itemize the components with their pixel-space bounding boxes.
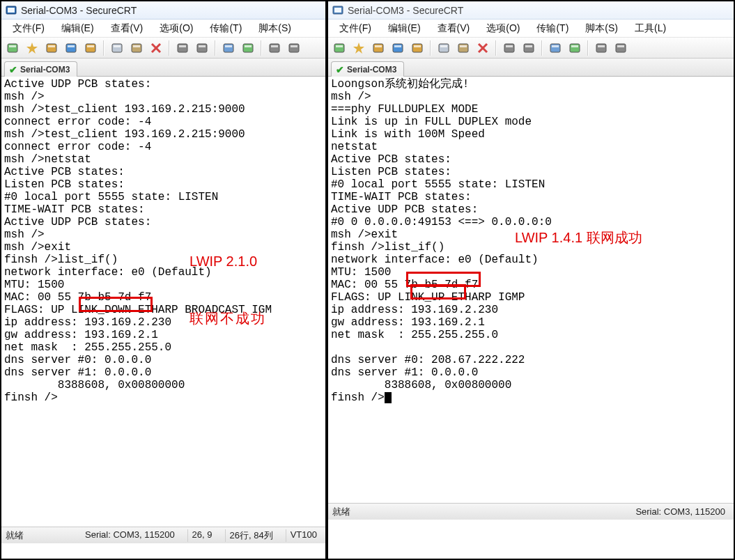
menu-transfer[interactable]: 传输(T) [203,21,249,36]
window-title: Serial-COM3 - SecureCRT [348,5,463,16]
tb-reconnect-button[interactable] [409,40,426,56]
tb-find-button[interactable] [547,40,564,56]
svg-rect-57 [617,45,624,47]
svg-rect-10 [87,45,94,47]
tabstrip: ✔ Serial-COM3 [328,59,734,77]
titlebar[interactable]: Serial-COM3 - SecureCRT [1,1,325,20]
tb-open-button[interactable] [43,40,60,56]
svg-rect-39 [414,45,421,47]
svg-rect-47 [506,45,513,47]
tb-props-button[interactable] [501,40,518,56]
tb-send-button[interactable] [240,40,256,56]
connected-check-icon: ✔ [9,64,17,75]
statusbar: 就绪 Serial: COM3, 115200 [328,503,734,520]
svg-rect-22 [225,45,232,47]
svg-rect-46 [504,44,514,52]
svg-rect-8 [68,45,75,47]
tb-new-button[interactable] [4,40,21,56]
menu-tools[interactable]: 工具(L) [628,21,673,36]
status-cursor: 26, 9 [187,529,217,542]
svg-rect-11 [112,44,122,52]
menu-script[interactable]: 脚本(S) [252,21,298,36]
tb-quick-button[interactable] [24,40,40,56]
menu-edit[interactable]: 编辑(E) [54,21,101,36]
svg-rect-12 [114,45,121,47]
menu-view[interactable]: 查看(V) [431,21,477,36]
menu-options[interactable]: 选项(O) [479,21,527,36]
tb-open-button[interactable] [370,40,387,56]
tb-copy-button[interactable] [435,40,452,56]
svg-rect-51 [552,45,559,47]
svg-rect-28 [291,45,297,47]
status-ready: 就绪 [6,529,24,542]
menu-options[interactable]: 选项(O) [153,21,200,36]
terminal-output[interactable]: Loongson系统初始化完成! msh /> ===phy FULLDUPLE… [328,77,734,503]
menu-file[interactable]: 文件(F) [332,21,378,36]
svg-rect-6 [48,45,55,47]
svg-rect-34 [373,44,383,52]
svg-rect-2 [8,44,17,52]
menu-file[interactable]: 文件(F) [6,21,52,36]
app-icon [332,5,343,16]
window-title: Serial-COM3 - SecureCRT [21,5,137,16]
svg-rect-42 [458,44,468,52]
menu-view[interactable]: 查看(V) [104,21,150,36]
tb-props-button[interactable] [174,40,191,56]
svg-rect-26 [271,45,278,47]
tb-send-button[interactable] [566,40,583,56]
tb-paste-button[interactable] [128,40,145,56]
svg-rect-52 [570,44,580,52]
terminal-output[interactable]: Active UDP PCB states: msh /> msh />test… [1,77,325,527]
svg-rect-14 [133,45,140,47]
connected-check-icon: ✔ [336,64,344,75]
svg-rect-50 [550,44,560,52]
tb-copy-button[interactable] [109,40,125,56]
tb-save-button[interactable] [63,40,79,56]
svg-rect-32 [336,45,343,47]
svg-rect-35 [375,45,382,47]
tb-new-button[interactable] [331,40,348,56]
svg-rect-13 [132,44,141,52]
tab-serial[interactable]: ✔ Serial-COM3 [4,61,77,77]
tb-print-button[interactable] [194,40,210,56]
tb-find-button[interactable] [220,40,237,56]
svg-rect-5 [47,44,56,52]
svg-rect-20 [199,45,206,47]
tb-stop-button[interactable] [148,40,164,56]
svg-rect-37 [394,45,401,47]
svg-rect-54 [596,44,606,52]
svg-rect-53 [571,45,578,47]
svg-rect-41 [440,45,447,47]
toolbar [1,38,325,59]
tb-props-button[interactable] [612,40,629,56]
svg-rect-38 [412,44,422,52]
svg-rect-55 [598,45,605,47]
menu-script[interactable]: 脚本(S) [578,21,625,36]
svg-rect-25 [270,44,279,52]
tab-serial[interactable]: ✔ Serial-COM3 [331,61,404,77]
status-serial: Serial: COM3, 115200 [631,506,729,517]
svg-rect-40 [439,44,449,52]
status-emu: VT100 [286,529,321,542]
menu-edit[interactable]: 编辑(E) [381,21,428,36]
svg-marker-4 [26,42,38,54]
svg-rect-23 [243,44,253,52]
svg-rect-36 [393,44,403,52]
tb-stop-button[interactable] [474,40,491,56]
svg-rect-49 [525,45,532,47]
tb-save-button[interactable] [389,40,406,56]
tb-quick-button[interactable] [350,40,367,56]
tb-props-button[interactable] [593,40,610,56]
svg-rect-27 [289,44,299,52]
window-left: Serial-COM3 - SecureCRT 文件(F) 编辑(E) 查看(V… [0,0,327,560]
tabstrip: ✔ Serial-COM3 [1,59,325,77]
titlebar[interactable]: Serial-COM3 - SecureCRT [328,1,734,20]
tb-props-button[interactable] [266,40,283,56]
svg-rect-31 [334,44,344,52]
tb-paste-button[interactable] [455,40,472,56]
svg-rect-48 [524,44,534,52]
tb-props-button[interactable] [286,40,302,56]
menu-transfer[interactable]: 传输(T) [529,21,575,36]
tb-reconnect-button[interactable] [82,40,99,56]
tb-print-button[interactable] [520,40,537,56]
